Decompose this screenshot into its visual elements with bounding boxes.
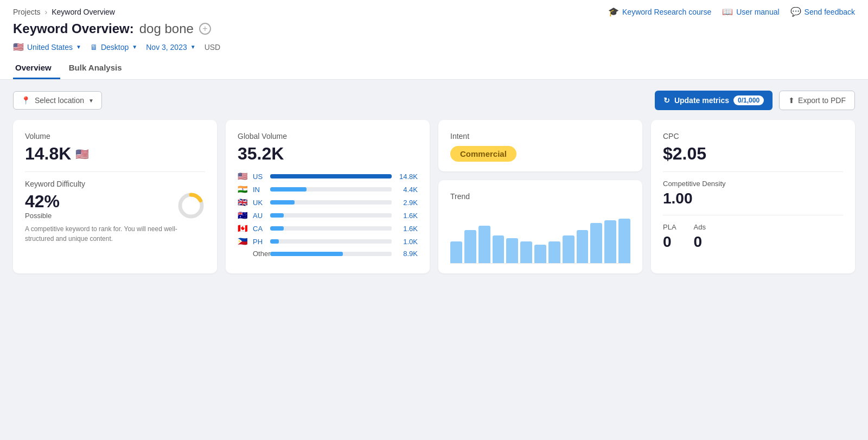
page-title-prefix: Keyword Overview: (13, 21, 134, 36)
user-manual-label: User manual (736, 8, 779, 16)
trend-bar-13 (618, 219, 630, 263)
date-label: Nov 3, 2023 (146, 43, 187, 52)
volume-label: Volume (25, 132, 205, 141)
trend-chart (450, 204, 630, 264)
gv-value: 35.2K (238, 144, 418, 164)
keyword-course-label: Keyword Research course (622, 8, 711, 16)
intent-label: Intent (450, 132, 630, 141)
au-bar-fill (270, 213, 284, 218)
location-label: United States (27, 43, 73, 52)
desktop-icon: 🖥 (90, 43, 98, 52)
breadcrumb-projects[interactable]: Projects (13, 8, 41, 16)
pla-label: PLA (663, 223, 676, 231)
upload-icon: ⬆ (788, 96, 795, 105)
header-links: 🎓 Keyword Research course 📖 User manual … (608, 7, 855, 17)
other-bar-fill (270, 252, 343, 256)
trend-bar-1 (450, 241, 462, 263)
au-bar-track (270, 213, 392, 218)
divider (25, 171, 205, 172)
refresh-icon: ↻ (663, 96, 670, 105)
toolbar-row: 📍 Select location ▼ ↻ Update metrics 0/1… (13, 91, 855, 110)
trend-bar-7 (534, 245, 546, 263)
in-val: 4.4K (396, 186, 418, 194)
volume-kd-card: Volume 14.8K 🇺🇸 Keyword Difficulty 42% P… (13, 120, 217, 273)
breadcrumb-sep: › (45, 8, 48, 16)
tab-overview[interactable]: Overview (13, 59, 60, 79)
update-metrics-count: 0/1,000 (733, 95, 764, 105)
select-location-label: Select location (35, 96, 84, 105)
trend-bar-10 (577, 230, 589, 263)
intent-badge: Commercial (450, 146, 516, 162)
tabs-row: Overview Bulk Analysis (13, 59, 855, 79)
ads-item: Ads 0 (694, 223, 706, 251)
cpc-card: CPC $2.05 Competitive Density 1.00 PLA 0… (651, 120, 855, 273)
trend-bar-11 (590, 223, 602, 263)
location-filter-btn[interactable]: 🇺🇸 United States ▼ (13, 42, 81, 52)
country-row-au: 🇦🇺 AU 1.6K (238, 211, 418, 220)
trend-label: Trend (450, 192, 630, 201)
device-filter-btn[interactable]: 🖥 Desktop ▼ (90, 43, 137, 52)
device-label: Desktop (101, 43, 129, 52)
toolbar-right: ↻ Update metrics 0/1,000 ⬆ Export to PDF (655, 91, 855, 110)
trend-bar-12 (604, 220, 616, 263)
ph-code: PH (253, 238, 266, 246)
device-chevron-icon: ▼ (132, 44, 137, 50)
pla-item: PLA 0 (663, 223, 676, 251)
currency-label: USD (205, 43, 221, 52)
content-area: 📍 Select location ▼ ↻ Update metrics 0/1… (0, 80, 868, 284)
kd-label: Keyword Difficulty (25, 180, 205, 188)
other-bar-track (270, 252, 392, 256)
trend-bar-8 (548, 241, 560, 263)
trend-bar-6 (520, 241, 532, 263)
trend-card: Trend (438, 180, 642, 273)
cd-value: 1.00 (663, 190, 843, 207)
keyword-research-course-link[interactable]: 🎓 Keyword Research course (608, 7, 711, 17)
page-title-keyword: dog bone (139, 21, 194, 36)
volume-value: 14.8K 🇺🇸 (25, 144, 205, 164)
update-metrics-btn[interactable]: ↻ Update metrics 0/1,000 (655, 91, 773, 110)
other-val: 8.9K (396, 250, 418, 258)
uk-code: UK (253, 199, 266, 207)
ads-label: Ads (694, 223, 706, 231)
ca-flag-icon: 🇨🇦 (238, 224, 248, 233)
in-code: IN (253, 186, 266, 194)
user-manual-link[interactable]: 📖 User manual (722, 7, 779, 17)
add-keyword-icon[interactable]: + (199, 23, 211, 35)
breadcrumb: Projects › Keyword Overview (13, 8, 115, 16)
gv-label: Global Volume (238, 132, 418, 141)
in-bar-track (270, 187, 392, 192)
country-row-other: Other 8.9K (238, 250, 418, 258)
au-code: AU (253, 212, 266, 220)
pla-value: 0 (663, 233, 676, 251)
cards-grid: Volume 14.8K 🇺🇸 Keyword Difficulty 42% P… (13, 120, 855, 273)
ph-bar-track (270, 239, 392, 244)
country-row-ca: 🇨🇦 CA 1.6K (238, 224, 418, 233)
country-row-in: 🇮🇳 IN 4.4K (238, 184, 418, 194)
kd-text-block: 42% Possible (25, 192, 169, 220)
select-location-chevron-icon: ▼ (88, 98, 94, 104)
in-bar-fill (270, 187, 307, 192)
select-location-btn[interactable]: 📍 Select location ▼ (13, 91, 102, 110)
date-chevron-icon: ▼ (190, 44, 196, 50)
uk-flag-icon: 🇬🇧 (238, 197, 248, 207)
us-val: 14.8K (396, 173, 418, 181)
trend-bar-9 (563, 235, 575, 263)
export-pdf-btn[interactable]: ⬆ Export to PDF (779, 91, 855, 110)
intent-trend-col: Intent Commercial Trend (438, 120, 642, 273)
send-feedback-link[interactable]: 💬 Send feedback (790, 7, 855, 17)
location-pin-icon: 📍 (21, 96, 30, 105)
date-filter-btn[interactable]: Nov 3, 2023 ▼ (146, 43, 195, 52)
country-row-uk: 🇬🇧 UK 2.9K (238, 197, 418, 207)
uk-val: 2.9K (396, 199, 418, 207)
global-volume-card: Global Volume 35.2K 🇺🇸 US 14.8K 🇮🇳 IN (226, 120, 430, 273)
ca-code: CA (253, 225, 266, 233)
tab-bulk-analysis[interactable]: Bulk Analysis (67, 59, 131, 79)
trend-bar-2 (464, 230, 476, 263)
page-title-row: Keyword Overview: dog bone + (13, 21, 855, 36)
ph-val: 1.0K (396, 238, 418, 246)
kd-description: A competitive keyword to rank for. You w… (25, 224, 205, 244)
ads-value: 0 (694, 233, 706, 251)
ph-bar-fill (270, 239, 279, 244)
in-flag-icon: 🇮🇳 (238, 184, 248, 194)
trend-bar-4 (493, 235, 505, 263)
